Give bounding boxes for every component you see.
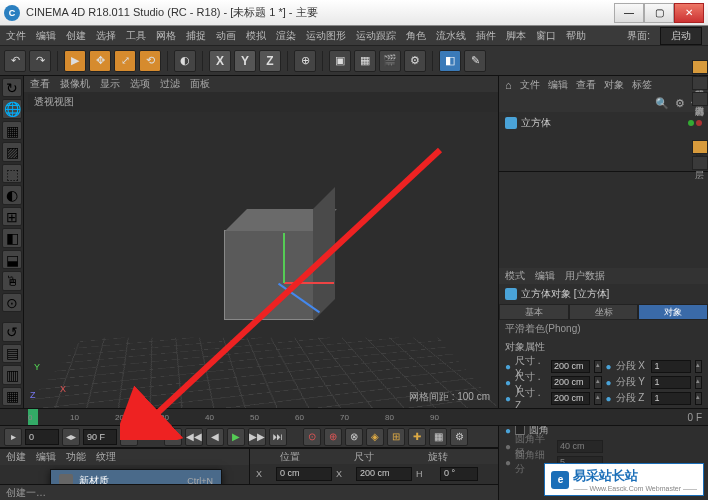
add-pen-button[interactable]: ✎ (464, 50, 486, 72)
seg-y-field[interactable]: 1 (651, 376, 691, 389)
key-param-button[interactable]: ⚙ (450, 428, 468, 446)
vp-menu-panel[interactable]: 面板 (190, 77, 210, 91)
planar-workplane-button[interactable]: ▤ (2, 344, 22, 363)
rot-h-field[interactable]: 0 ° (440, 467, 478, 481)
menu-tracker[interactable]: 运动跟踪 (356, 29, 396, 43)
menu-pipeline[interactable]: 流水线 (436, 29, 466, 43)
viewport-canvas[interactable]: Y X Z 网格间距 : 100 cm (24, 112, 498, 408)
edges-mode-button[interactable]: ◐ (2, 185, 22, 204)
minimize-button[interactable]: — (614, 3, 644, 23)
vp-menu-filter[interactable]: 过滤 (160, 77, 180, 91)
range-set-button[interactable]: ◂▸ (62, 428, 80, 446)
search-icon[interactable]: 🔍 (655, 97, 669, 110)
texture-mode-button[interactable]: ▦ (2, 121, 22, 140)
range-end-button[interactable]: ◂▸ (120, 428, 138, 446)
menu-render[interactable]: 渲染 (276, 29, 296, 43)
menu-create[interactable]: 创建 (66, 29, 86, 43)
sidetab-attributes[interactable]: 属性 (692, 140, 708, 154)
key-scale-button[interactable]: ⊞ (387, 428, 405, 446)
attr-phong-tag[interactable]: 平滑着色(Phong) (499, 320, 708, 338)
menu-file[interactable]: 文件 (6, 29, 26, 43)
isoline-button[interactable]: ▦ (2, 387, 22, 406)
sizex-field[interactable]: 200 cm (356, 467, 412, 481)
autokey-button[interactable]: ⊕ (324, 428, 342, 446)
keyframe-sel-button[interactable]: ⊗ (345, 428, 363, 446)
layout-dropdown[interactable]: 启动 (660, 27, 702, 45)
coord-system-button[interactable]: ⊕ (294, 50, 316, 72)
menu-snap[interactable]: 捕捉 (186, 29, 206, 43)
axis-y-toggle[interactable]: Y (234, 50, 256, 72)
menu-mograph[interactable]: 运动图形 (306, 29, 346, 43)
mat-texture[interactable]: 纹理 (96, 450, 116, 464)
key-pos-button[interactable]: ◈ (366, 428, 384, 446)
menu-mesh[interactable]: 网格 (156, 29, 176, 43)
close-button[interactable]: ✕ (674, 3, 704, 23)
gizmo-x-axis[interactable] (284, 282, 334, 284)
make-editable-button[interactable]: ↻ (2, 78, 22, 97)
render-region-button[interactable]: ▦ (354, 50, 376, 72)
objmgr-tags[interactable]: 标签 (632, 78, 652, 92)
object-item-cube[interactable]: 立方体 (505, 116, 702, 130)
sidetab-structure[interactable]: 结构管理器 (692, 76, 708, 90)
end-frame-field[interactable] (83, 429, 117, 445)
menu-tools[interactable]: 工具 (126, 29, 146, 43)
menu-select[interactable]: 选择 (96, 29, 116, 43)
gizmo-y-axis[interactable] (283, 233, 285, 283)
tweak-mode-button[interactable]: 🖱 (2, 271, 22, 290)
axis-z-toggle[interactable]: Z (259, 50, 281, 72)
attr-mode[interactable]: 模式 (505, 269, 525, 283)
mat-function[interactable]: 功能 (66, 450, 86, 464)
record-button[interactable]: ⊙ (303, 428, 321, 446)
seg-x-field[interactable]: 1 (651, 360, 691, 373)
vp-menu-view[interactable]: 查看 (30, 77, 50, 91)
goto-end-button[interactable]: ⏭ (269, 428, 287, 446)
sidetab-content[interactable]: 内容浏览器 (692, 92, 708, 106)
attr-userdata[interactable]: 用户数据 (565, 269, 605, 283)
axis-x-toggle[interactable]: X (209, 50, 231, 72)
seg-z-field[interactable]: 1 (651, 392, 691, 405)
sidetab-layers[interactable]: 层 (692, 156, 708, 170)
prev-key-button[interactable]: ◀◀ (185, 428, 203, 446)
rotate-tool[interactable]: ⟲ (139, 50, 161, 72)
select-tool[interactable]: ▶ (64, 50, 86, 72)
pos-x-field[interactable]: 0 cm (276, 467, 332, 481)
objmgr-view[interactable]: 查看 (576, 78, 596, 92)
add-cube-button[interactable]: ◧ (439, 50, 461, 72)
goto-start-button[interactable]: ⏮ (164, 428, 182, 446)
fillet-radius-field[interactable]: 40 cm (557, 440, 603, 453)
model-mode-button[interactable]: 🌐 (2, 99, 22, 118)
menu-animate[interactable]: 动画 (216, 29, 236, 43)
attr-tab-basic[interactable]: 基本 (499, 304, 569, 320)
locked-workplane-button[interactable]: ↺ (2, 322, 22, 341)
key-rot-button[interactable]: ✚ (408, 428, 426, 446)
workplane-button[interactable]: ▨ (2, 142, 22, 161)
recent-tool[interactable]: ◐ (174, 50, 196, 72)
attr-edit[interactable]: 编辑 (535, 269, 555, 283)
render-settings-button[interactable]: ⚙ (404, 50, 426, 72)
key-pla-button[interactable]: ▦ (429, 428, 447, 446)
size-z-field[interactable]: 200 cm (551, 392, 591, 405)
scene-cube-object[interactable] (224, 230, 314, 320)
polys-mode-button[interactable]: ⊞ (2, 207, 22, 226)
render-view-button[interactable]: ▣ (329, 50, 351, 72)
home-icon[interactable]: ⌂ (505, 79, 512, 91)
objmgr-edit[interactable]: 编辑 (548, 78, 568, 92)
mat-edit[interactable]: 编辑 (36, 450, 56, 464)
object-tree[interactable]: 立方体 (499, 112, 708, 172)
sidetab-objects[interactable]: 对象 (692, 60, 708, 74)
timeline-ruler[interactable]: 0 10 20 30 40 50 60 70 80 90 0 F (0, 408, 708, 426)
scale-tool[interactable]: ⤢ (114, 50, 136, 72)
menu-script[interactable]: 脚本 (506, 29, 526, 43)
maximize-button[interactable]: ▢ (644, 3, 674, 23)
vp-menu-options[interactable]: 选项 (130, 77, 150, 91)
grid-button[interactable]: ▥ (2, 365, 22, 384)
vp-menu-display[interactable]: 显示 (100, 77, 120, 91)
snap-button[interactable]: ⊙ (2, 293, 22, 312)
picture-viewer-button[interactable]: 🎬 (379, 50, 401, 72)
attr-tab-object[interactable]: 对象 (638, 304, 708, 320)
menu-character[interactable]: 角色 (406, 29, 426, 43)
size-x-field[interactable]: 200 cm (551, 360, 591, 373)
attr-tab-coord[interactable]: 坐标 (569, 304, 639, 320)
play-button[interactable]: ▶ (227, 428, 245, 446)
prev-frame-button[interactable]: ◀ (206, 428, 224, 446)
